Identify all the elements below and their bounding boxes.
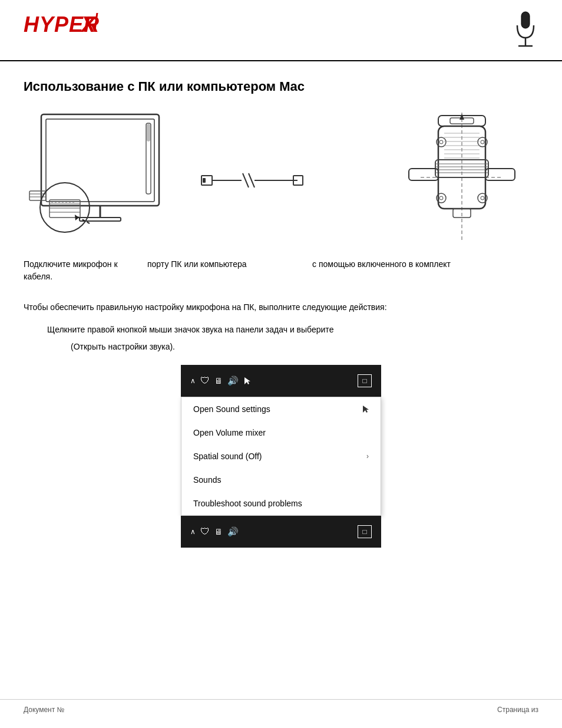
svg-point-48 bbox=[439, 140, 443, 144]
menu-item-spatial-sound[interactable]: Spatial sound (Off) › bbox=[181, 444, 381, 468]
taskbar-bottom-icons: ∧ 🛡 🖥 🔊 bbox=[190, 526, 239, 537]
svg-rect-56 bbox=[485, 169, 515, 180]
svg-line-33 bbox=[249, 173, 254, 187]
taskbar-bottom-caret-icon: ∧ bbox=[190, 528, 196, 536]
cursor-icon bbox=[243, 376, 250, 386]
screenshot-container: ∧ 🛡 🖥 🔊 □ Open Sound settings Open Volum… bbox=[181, 365, 381, 548]
svg-text:X: X bbox=[80, 12, 97, 37]
taskbar-bottom-volume-icon: 🔊 bbox=[227, 526, 239, 537]
microphone-diagram bbox=[385, 113, 538, 242]
menu-item-label: Open Volume mixer bbox=[193, 428, 266, 437]
instruction-line3: (Открыть настройки звука). bbox=[0, 340, 562, 353]
taskbar-bottom: ∧ 🛡 🖥 🔊 □ bbox=[181, 516, 381, 548]
page-footer: Документ № Страница из bbox=[0, 699, 562, 714]
submenu-arrow-icon: › bbox=[366, 452, 369, 460]
menu-item-label: Spatial sound (Off) bbox=[193, 452, 262, 461]
diagram-area bbox=[0, 108, 562, 246]
footer-page-label: Страница из bbox=[497, 706, 538, 714]
svg-rect-16 bbox=[49, 200, 80, 218]
instruction-line1: Чтобы обеспечить правильную настройку ми… bbox=[0, 301, 562, 314]
caption-col1: Подключите микрофон к кабеля. bbox=[24, 258, 141, 283]
taskbar-notification-icon: □ bbox=[358, 374, 372, 387]
svg-point-54 bbox=[481, 196, 484, 200]
menu-item-open-sound-settings[interactable]: Open Sound settings bbox=[181, 397, 381, 421]
svg-rect-11 bbox=[147, 124, 150, 141]
svg-rect-30 bbox=[203, 178, 206, 183]
caption-col3: с помощью включенного в комплект bbox=[306, 258, 538, 283]
menu-item-open-volume-mixer[interactable]: Open Volume mixer bbox=[181, 421, 381, 444]
page-title: Использование с ПК или компьютером Mac bbox=[0, 79, 562, 94]
svg-point-15 bbox=[40, 183, 90, 232]
taskbar-network-icon: 🖥 bbox=[214, 376, 223, 386]
footer-doc-label: Документ № bbox=[24, 706, 64, 714]
hyperx-logo: HYPER X bbox=[24, 11, 100, 37]
svg-marker-40 bbox=[459, 114, 464, 120]
taskbar-top: ∧ 🛡 🖥 🔊 □ bbox=[181, 365, 381, 397]
svg-rect-55 bbox=[409, 169, 438, 180]
cable-diagram bbox=[200, 157, 385, 198]
menu-item-label: Sounds bbox=[193, 475, 221, 485]
taskbar-caret-icon: ∧ bbox=[190, 377, 196, 385]
svg-marker-66 bbox=[363, 406, 369, 413]
svg-point-50 bbox=[481, 140, 484, 144]
caption-col2: порту ПК или компьютера bbox=[141, 258, 306, 283]
computer-diagram bbox=[24, 108, 200, 246]
menu-item-label: Troubleshoot sound problems bbox=[193, 499, 302, 508]
svg-rect-3 bbox=[521, 12, 530, 28]
svg-marker-65 bbox=[244, 377, 250, 384]
diagram-caption: Подключите микрофон к кабеля. порту ПК и… bbox=[0, 258, 562, 283]
taskbar-bottom-shield-icon: 🛡 bbox=[200, 526, 210, 537]
taskbar-volume-icon: 🔊 bbox=[227, 375, 239, 386]
taskbar-icons-left: ∧ 🛡 🖥 🔊 bbox=[190, 375, 250, 386]
menu-item-label: Open Sound settings bbox=[193, 404, 270, 414]
header-mic-icon bbox=[513, 11, 538, 54]
menu-item-sounds[interactable]: Sounds bbox=[181, 468, 381, 492]
context-menu: Open Sound settings Open Volume mixer Sp… bbox=[181, 397, 381, 516]
svg-rect-6 bbox=[41, 114, 159, 206]
menu-item-troubleshoot[interactable]: Troubleshoot sound problems bbox=[181, 492, 381, 515]
svg-rect-7 bbox=[46, 119, 154, 202]
page-header: HYPER X bbox=[0, 0, 562, 61]
taskbar-shield-icon: 🛡 bbox=[200, 375, 210, 386]
svg-point-52 bbox=[439, 196, 443, 200]
cursor-icon-menu bbox=[362, 404, 369, 414]
taskbar-bottom-network-icon: 🖥 bbox=[214, 527, 223, 536]
taskbar-bottom-notification-icon: □ bbox=[358, 525, 372, 538]
svg-line-32 bbox=[243, 173, 249, 187]
svg-marker-28 bbox=[75, 215, 79, 220]
instruction-line2: Щелкните правой кнопкой мыши значок звук… bbox=[0, 323, 562, 336]
